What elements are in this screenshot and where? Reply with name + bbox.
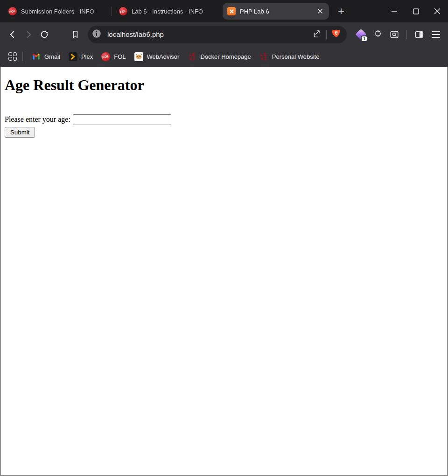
page-content: Age Result Generator Please enter your a… [0,67,448,476]
xampp-favicon-icon [227,7,236,15]
bookmark-label: WebAdvisor [147,53,180,60]
bookmark-webadvisor[interactable]: WebAdvisor [130,50,184,63]
tab-submission-folders[interactable]: FOL Submission Folders - INFO [4,3,109,20]
browser-window: FOL Submission Folders - INFO FOL Lab 6 … [0,0,448,476]
back-icon[interactable] [5,27,21,42]
maximize-button[interactable] [405,0,427,22]
tab-lab6-instructions[interactable]: FOL Lab 6 - Instructions - INFO [114,3,220,20]
bookmarks-separator [22,52,23,61]
fol-icon: FOL [101,52,110,61]
minimize-button[interactable] [384,0,405,22]
age-label: Please enter your age: [5,115,70,124]
levi-logo-icon [259,52,268,61]
bookmark-label: Plex [81,53,93,60]
bookmark-label: Personal Website [272,53,320,60]
bookmark-fol[interactable]: FOL FOL [97,50,130,63]
page-title: Age Result Generator [5,77,443,94]
bookmark-gmail[interactable]: Gmail [28,50,64,63]
navigation-toolbar: localhost/lab6.php [0,22,448,46]
tab-title: Lab 6 - Instructions - INFO [132,8,215,15]
submit-button[interactable]: Submit [5,127,35,138]
webadvisor-icon [134,52,143,61]
toolbar-right-cluster: 1 [353,27,443,42]
tab-title: Submission Folders - INFO [21,8,105,15]
fol-icon-text: FOL [102,54,110,59]
bookmarks-bar: Gmail Plex FOL FOL [0,46,448,67]
urlbar-separator [326,30,327,39]
close-window-button[interactable] [427,0,448,22]
tab-title: PHP Lab 6 [240,8,313,15]
bookmark-plex[interactable]: Plex [64,50,97,63]
brave-shield-icon[interactable] [331,28,341,41]
bookmark-personal-website[interactable]: Personal Website [255,50,324,63]
extensions-puzzle-icon[interactable] [370,27,385,42]
bookmark-docker-homepage[interactable]: Docker Homepage [183,50,255,63]
apps-grid-icon[interactable] [6,49,20,63]
levi-logo-icon [188,52,196,61]
fol-favicon-text: FOL [120,9,127,14]
gmail-icon [32,52,41,61]
bookmark-label: FOL [114,53,126,60]
url-bar[interactable]: localhost/lab6.php [88,26,347,43]
menu-hamburger-icon[interactable] [428,27,443,42]
age-input[interactable] [73,114,171,125]
window-controls [384,0,448,22]
toolbar-separator [406,30,407,39]
reload-icon[interactable] [36,27,52,42]
bookmark-icon[interactable] [67,27,83,42]
age-form: Please enter your age: Submit [5,114,443,138]
url-text: localhost/lab6.php [107,30,311,38]
fol-favicon-icon: FOL [119,7,127,15]
bookmark-label: Docker Homepage [200,53,251,60]
share-icon[interactable] [311,28,322,41]
tab-close-icon[interactable] [316,7,324,15]
fol-favicon-text: FOL [9,9,16,14]
forward-icon[interactable] [21,27,36,42]
fol-favicon-icon: FOL [8,7,17,15]
extension-gem-icon[interactable]: 1 [353,27,368,42]
tab-php-lab6-active[interactable]: PHP Lab 6 [223,3,329,20]
tab-strip: FOL Submission Folders - INFO FOL Lab 6 … [0,0,448,22]
new-tab-button[interactable]: + [334,4,349,19]
site-info-icon[interactable] [91,28,102,41]
bookmark-label: Gmail [44,53,60,60]
search-window-icon[interactable] [387,27,402,42]
sidebar-toggle-icon[interactable] [412,27,427,42]
plex-icon [69,52,77,61]
extension-badge: 1 [361,35,368,42]
tab-separator [112,7,112,16]
